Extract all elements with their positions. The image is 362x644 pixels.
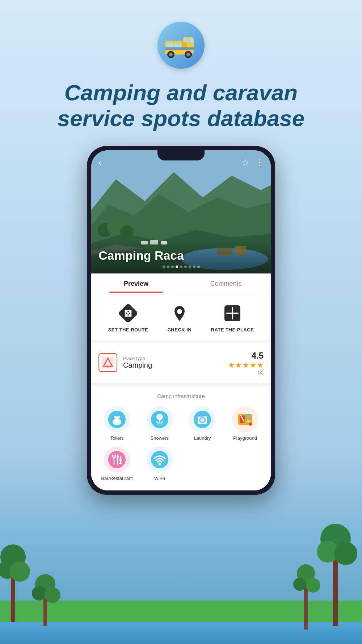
star-4: ★ xyxy=(250,361,256,369)
hero-dot-2 xyxy=(167,265,169,268)
tab-comments[interactable]: Comments xyxy=(181,273,271,293)
svg-rect-48 xyxy=(159,419,160,422)
svg-point-53 xyxy=(160,423,162,425)
svg-point-93 xyxy=(306,578,320,593)
svg-point-81 xyxy=(10,561,30,582)
set-route-label: SET THE ROUTE xyxy=(108,327,148,333)
hero-dot-8 xyxy=(193,265,195,268)
star-5: ★ xyxy=(257,361,264,369)
laundry-icon xyxy=(189,406,215,432)
back-button[interactable]: ‹ xyxy=(98,158,101,168)
showers-icon xyxy=(147,406,173,432)
hero-dot-1 xyxy=(163,265,165,268)
svg-point-76 xyxy=(151,451,168,468)
trees-right-decoration xyxy=(290,499,362,644)
svg-point-92 xyxy=(293,578,306,591)
wifi-label: Wi-Fi xyxy=(154,476,165,481)
place-type-label: Place type xyxy=(123,356,228,361)
toilets-label: Toilets xyxy=(110,435,124,441)
app-icon[interactable] xyxy=(157,22,205,69)
svg-point-59 xyxy=(205,416,206,417)
infra-item-playground: Playground xyxy=(227,406,264,441)
svg-point-51 xyxy=(161,421,163,423)
playground-icon xyxy=(232,406,258,432)
infra-item-bar-restaurant: Bar/Restaurant xyxy=(98,447,135,481)
tabs-bar: Preview Comments xyxy=(91,273,271,293)
svg-rect-3 xyxy=(189,38,193,43)
svg-point-89 xyxy=(334,542,357,565)
phone-notch xyxy=(157,150,205,160)
hero-dot-4 xyxy=(176,265,178,268)
stars-display: ★ ★ ★ ★ ★ xyxy=(228,361,264,369)
svg-point-47 xyxy=(156,414,163,420)
check-in-label: CHECK IN xyxy=(167,327,191,333)
hero-location-name: Camping Raca xyxy=(98,248,264,263)
infrastructure-title: Camp infrastructure xyxy=(98,393,264,399)
infrastructure-grid-1: Toilets xyxy=(98,406,264,441)
svg-rect-45 xyxy=(114,416,120,418)
hero-dots xyxy=(98,265,264,268)
action-buttons-section: SET THE ROUTE CHECK IN xyxy=(91,293,271,343)
hero-dot-9 xyxy=(197,265,200,268)
laundry-label: Laundry xyxy=(194,435,211,441)
svg-point-49 xyxy=(156,421,158,423)
rating-number: 4.5 xyxy=(228,351,264,361)
headline-line2: service spots database xyxy=(58,106,304,131)
trees-left-decoration xyxy=(0,499,72,644)
hero-image: ‹ ☆ ⋮ Camping Raca xyxy=(91,150,271,273)
star-3: ★ xyxy=(243,361,249,369)
svg-point-77 xyxy=(159,463,161,465)
infra-item-showers: Showers xyxy=(141,406,178,441)
hero-actions: ☆ ⋮ xyxy=(241,158,264,168)
headline: Camping and caravan service spots databa… xyxy=(0,69,362,146)
favorite-icon[interactable]: ☆ xyxy=(241,158,249,168)
infra-item-wifi: Wi-Fi xyxy=(141,447,178,481)
playground-label: Playground xyxy=(233,435,257,441)
place-info-section: Place type Camping 4.5 ★ ★ ★ ★ ★ (2) xyxy=(91,343,271,386)
hero-dot-3 xyxy=(171,265,174,268)
place-type-value: Camping xyxy=(123,361,228,369)
svg-point-52 xyxy=(157,423,159,425)
rate-place-label: RATE THE PLACE xyxy=(211,327,254,333)
infra-item-toilets: Toilets xyxy=(98,406,135,441)
hero-dot-6 xyxy=(184,265,187,268)
rating-section: 4.5 ★ ★ ★ ★ ★ (2) xyxy=(228,351,264,375)
svg-point-85 xyxy=(45,587,60,603)
svg-rect-66 xyxy=(247,421,250,422)
star-2: ★ xyxy=(235,361,242,369)
hero-overlay: Camping Raca xyxy=(91,241,271,273)
svg-point-8 xyxy=(169,53,173,57)
place-badge-icon xyxy=(98,353,117,372)
svg-point-68 xyxy=(108,451,126,468)
tab-preview[interactable]: Preview xyxy=(91,273,181,293)
phone-mockup: ‹ ☆ ⋮ Camping Raca xyxy=(87,146,275,495)
checkin-icon xyxy=(169,303,190,323)
svg-rect-4 xyxy=(167,43,173,48)
star-1: ★ xyxy=(228,361,235,369)
wifi-icon xyxy=(147,447,173,473)
svg-rect-5 xyxy=(174,43,181,48)
phone-screen: ‹ ☆ ⋮ Camping Raca xyxy=(91,150,271,490)
more-options-icon[interactable]: ⋮ xyxy=(255,158,264,168)
svg-point-50 xyxy=(159,422,160,423)
infra-item-laundry: Laundry xyxy=(184,406,221,441)
svg-point-23 xyxy=(120,225,133,238)
svg-point-10 xyxy=(186,53,190,57)
svg-point-57 xyxy=(200,418,205,422)
infrastructure-grid-2: Bar/Restaurant xyxy=(98,447,264,481)
toilets-icon xyxy=(104,406,130,432)
hero-dot-5 xyxy=(180,265,182,268)
set-route-button[interactable]: SET THE ROUTE xyxy=(108,303,148,333)
rate-place-button[interactable]: RATE THE PLACE xyxy=(211,303,254,333)
headline-line1: Camping and caravan xyxy=(64,80,298,105)
bar-restaurant-icon xyxy=(104,447,130,473)
rating-count: (2) xyxy=(228,369,264,375)
direction-icon xyxy=(118,303,138,323)
rate-icon xyxy=(222,303,243,323)
svg-rect-11 xyxy=(165,47,194,50)
phone-mockup-wrapper: ‹ ☆ ⋮ Camping Raca xyxy=(0,146,362,495)
svg-point-35 xyxy=(177,309,182,314)
place-type-info: Place type Camping xyxy=(123,356,228,369)
bar-restaurant-label: Bar/Restaurant xyxy=(101,476,132,481)
check-in-button[interactable]: CHECK IN xyxy=(167,303,191,333)
